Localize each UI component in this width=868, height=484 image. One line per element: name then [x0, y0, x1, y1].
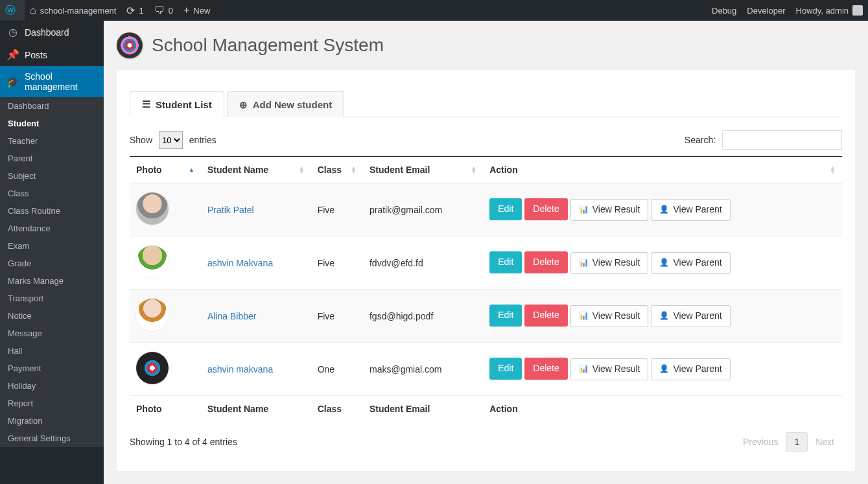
plus-circle-icon: ⊕: [239, 99, 248, 111]
pin-icon: 📌: [6, 49, 19, 61]
sort-icon: ▲: [189, 168, 194, 172]
view-result-button[interactable]: 📊View Result: [570, 305, 649, 327]
site-name: school-management: [40, 6, 117, 16]
view-parent-button[interactable]: 👤View Parent: [651, 252, 730, 274]
student-email: pratik@gmail.com: [363, 183, 483, 236]
col-action-foot: Action: [483, 396, 842, 422]
table-footer: Showing 1 to 4 of 4 entries Previous 1 N…: [130, 432, 842, 452]
view-parent-button[interactable]: 👤View Parent: [651, 358, 730, 380]
view-result-button[interactable]: 📊View Result: [570, 199, 649, 221]
table-foot: Photo Student Name Class Student Email A…: [130, 396, 842, 422]
new-content-link[interactable]: +New: [178, 0, 215, 21]
student-class: Five: [311, 290, 363, 343]
delete-button[interactable]: Delete: [524, 305, 567, 327]
submenu-item[interactable]: Notice: [0, 307, 104, 325]
submenu-item[interactable]: Parent: [0, 150, 104, 167]
submenu-item[interactable]: Migration: [0, 412, 104, 430]
tab-add-student[interactable]: ⊕Add New student: [227, 91, 345, 117]
student-email: fdvdv@efd.fd: [363, 236, 483, 290]
new-label: New: [193, 6, 210, 16]
page-prev[interactable]: Previous: [735, 433, 786, 451]
col-name[interactable]: Student Name▲▼: [201, 157, 311, 183]
bar-chart-icon: 📊: [579, 204, 589, 215]
student-avatar: [136, 299, 169, 331]
table-row: ashvin makvanaOnemaks@gmial.comEditDelet…: [130, 343, 842, 396]
search-input[interactable]: [722, 130, 842, 150]
col-name-foot: Student Name: [201, 396, 311, 422]
col-action[interactable]: Action▲▼: [483, 157, 842, 183]
page-1[interactable]: 1: [786, 432, 808, 452]
edit-button[interactable]: Edit: [489, 358, 522, 380]
student-name-link[interactable]: ashvin makvana: [207, 364, 273, 375]
submenu-item[interactable]: Hall: [0, 342, 104, 360]
view-result-button[interactable]: 📊View Result: [570, 358, 649, 380]
student-avatar: [136, 246, 169, 278]
pagination: Previous 1 Next: [735, 432, 842, 452]
edit-button[interactable]: Edit: [489, 305, 522, 327]
comments-link[interactable]: 🗨0: [149, 0, 178, 21]
submenu-item[interactable]: Class Routine: [0, 202, 104, 220]
submenu-item[interactable]: Grade: [0, 255, 104, 272]
page-next[interactable]: Next: [808, 433, 842, 451]
edit-button[interactable]: Edit: [489, 251, 522, 273]
updates-link[interactable]: ⟳1: [121, 0, 148, 21]
delete-button[interactable]: Delete: [524, 358, 567, 380]
col-photo[interactable]: Photo▲: [130, 157, 201, 183]
page-title: School Management System: [152, 35, 384, 56]
student-name-link[interactable]: Alina Bibber: [207, 311, 257, 321]
admin-bar: ⓦ ⌂school-management ⟳1 🗨0 +New Debug De…: [0, 0, 868, 21]
bar-chart-icon: 📊: [579, 310, 589, 321]
sort-icon: ▲▼: [830, 166, 836, 174]
wordpress-icon: ⓦ: [5, 4, 16, 17]
menu-top-label: Posts: [25, 50, 47, 60]
comment-icon: 🗨: [154, 5, 165, 16]
tab-student-list[interactable]: ☰Student List: [130, 91, 224, 117]
submenu-item[interactable]: Transport: [0, 290, 104, 307]
col-email[interactable]: Student Email▲▼: [363, 157, 483, 183]
delete-button[interactable]: Delete: [524, 251, 567, 273]
edit-button[interactable]: Edit: [489, 198, 522, 220]
submenu-item[interactable]: Exam: [0, 237, 104, 255]
table-row: Alina BibberFivefgsd@higd.podfEditDelete…: [130, 290, 842, 343]
table-search: Search:: [685, 130, 842, 150]
delete-button[interactable]: Delete: [524, 198, 567, 220]
col-photo-foot: Photo: [130, 396, 201, 422]
submenu-item[interactable]: Dashboard: [0, 97, 104, 115]
wp-logo[interactable]: ⓦ: [0, 0, 25, 21]
view-parent-button[interactable]: 👤View Parent: [651, 305, 730, 327]
submenu-item[interactable]: Payment: [0, 360, 104, 377]
submenu-item[interactable]: Attendance: [0, 220, 104, 237]
submenu-item[interactable]: Marks Manage: [0, 272, 104, 290]
student-avatar: [136, 352, 169, 384]
submenu-item[interactable]: General Settings: [0, 430, 104, 447]
submenu-item[interactable]: Subject: [0, 167, 104, 185]
student-name-link[interactable]: ashvin Makvana: [207, 258, 273, 268]
submenu-item[interactable]: Teacher: [0, 132, 104, 150]
submenu-item[interactable]: Student: [0, 115, 104, 132]
student-name-link[interactable]: Pratik Patel: [207, 205, 254, 215]
site-name-link[interactable]: ⌂school-management: [25, 0, 121, 21]
view-result-button[interactable]: 📊View Result: [570, 252, 649, 274]
my-account-link[interactable]: Howdy, admin: [791, 0, 868, 21]
table-info: Showing 1 to 4 of 4 entries: [130, 437, 237, 447]
developer-link[interactable]: Developer: [742, 0, 790, 21]
student-email: maks@gmial.com: [363, 343, 483, 396]
student-email: fgsd@higd.podf: [363, 290, 483, 343]
view-parent-button[interactable]: 👤View Parent: [651, 199, 730, 221]
submenu-item[interactable]: Message: [0, 325, 104, 342]
list-icon: ☰: [142, 98, 150, 110]
submenu-item[interactable]: Holiday: [0, 377, 104, 395]
debug-link[interactable]: Debug: [707, 0, 742, 21]
entries-select[interactable]: 10: [159, 131, 183, 149]
submenu-item[interactable]: Class: [0, 185, 104, 202]
graduation-cap-icon: 🎓: [6, 76, 19, 88]
menu-top-item[interactable]: 🎓School management: [0, 66, 104, 97]
table-row: Pratik PatelFivepratik@gmail.comEditDele…: [130, 183, 842, 236]
submenu-item[interactable]: Report: [0, 395, 104, 412]
updates-count: 1: [139, 6, 143, 16]
student-avatar: [136, 192, 169, 225]
menu-top-item[interactable]: ◷Dashboard: [0, 21, 104, 43]
col-class[interactable]: Class▲▼: [311, 157, 363, 183]
admin-submenu: DashboardStudentTeacherParentSubjectClas…: [0, 97, 104, 447]
menu-top-item[interactable]: 📌Posts: [0, 43, 104, 66]
